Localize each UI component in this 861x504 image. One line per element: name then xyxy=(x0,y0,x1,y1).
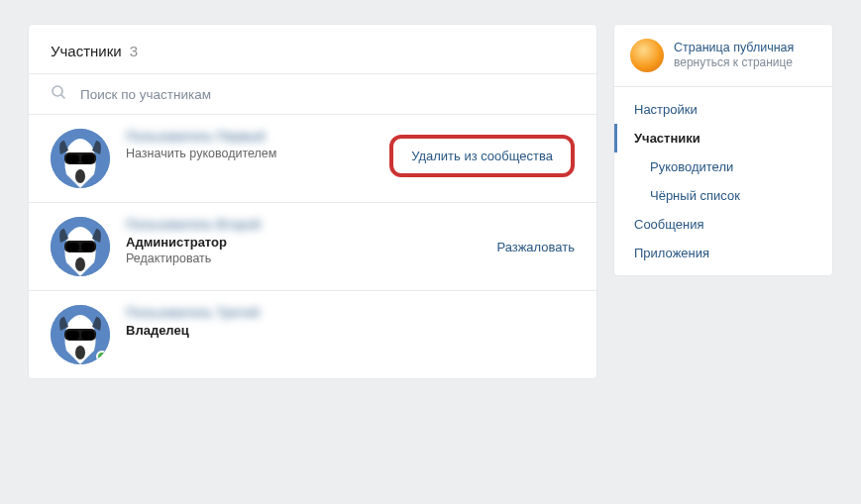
svg-rect-16 xyxy=(81,331,94,340)
community-title-link[interactable]: Страница публичная xyxy=(674,41,794,56)
member-role-label: Администратор xyxy=(126,235,496,250)
members-panel: Участники 3 Пользователь ПервыйНазначить… xyxy=(28,24,597,379)
svg-rect-15 xyxy=(66,331,79,340)
svg-line-1 xyxy=(61,95,64,98)
svg-rect-11 xyxy=(81,243,94,252)
nav-item[interactable]: Приложения xyxy=(614,239,832,267)
svg-point-8 xyxy=(75,257,85,271)
nav-item[interactable]: Чёрный список xyxy=(614,181,832,210)
nav-item[interactable]: Участники xyxy=(614,124,832,152)
member-avatar[interactable] xyxy=(51,129,110,188)
page-title: Участники 3 xyxy=(51,43,575,59)
sidebar: Страница публичная вернуться к странице … xyxy=(613,24,833,276)
nav-item[interactable]: Руководители xyxy=(614,152,832,181)
svg-point-13 xyxy=(75,346,85,359)
member-role-label: Владелец xyxy=(126,323,575,338)
nav-item[interactable]: Настройки xyxy=(614,95,832,124)
panel-header: Участники 3 xyxy=(29,25,596,74)
community-back-link[interactable]: вернуться к странице xyxy=(674,55,794,70)
members-count: 3 xyxy=(130,43,138,59)
member-item: Пользователь ПервыйНазначить руководител… xyxy=(29,115,596,203)
member-secondary-action[interactable]: Редактировать xyxy=(126,252,496,265)
member-name-link[interactable]: Пользователь Первый xyxy=(126,129,389,144)
online-indicator-icon xyxy=(96,351,108,362)
member-name-link[interactable]: Пользователь Третий xyxy=(126,305,575,320)
nav-item[interactable]: Сообщения xyxy=(614,210,832,239)
community-avatar[interactable] xyxy=(630,39,664,72)
demote-button[interactable]: Разжаловать xyxy=(496,240,575,254)
svg-rect-10 xyxy=(66,243,79,252)
sidebar-nav: НастройкиУчастникиРуководителиЧёрный спи… xyxy=(614,87,832,275)
svg-rect-5 xyxy=(66,154,79,163)
member-item: Пользователь ВторойАдминистраторРедактир… xyxy=(29,203,596,291)
search-row xyxy=(29,74,596,115)
remove-from-community-button[interactable]: Удалить из сообщества xyxy=(389,135,575,177)
svg-rect-6 xyxy=(81,154,94,163)
sidebar-header: Страница публичная вернуться к странице xyxy=(614,25,832,87)
member-item: Пользователь ТретийВладелец xyxy=(29,291,596,378)
member-info: Пользователь ТретийВладелец xyxy=(126,305,575,340)
svg-point-3 xyxy=(75,169,85,183)
member-secondary-action[interactable]: Назначить руководителем xyxy=(126,147,389,160)
member-avatar[interactable] xyxy=(51,217,110,276)
member-info: Пользователь ВторойАдминистраторРедактир… xyxy=(126,217,496,265)
search-icon xyxy=(51,84,66,104)
member-name-link[interactable]: Пользователь Второй xyxy=(126,217,496,232)
member-info: Пользователь ПервыйНазначить руководител… xyxy=(126,129,389,160)
title-text: Участники xyxy=(51,43,122,59)
member-avatar[interactable] xyxy=(51,305,110,364)
search-input[interactable] xyxy=(80,87,575,102)
